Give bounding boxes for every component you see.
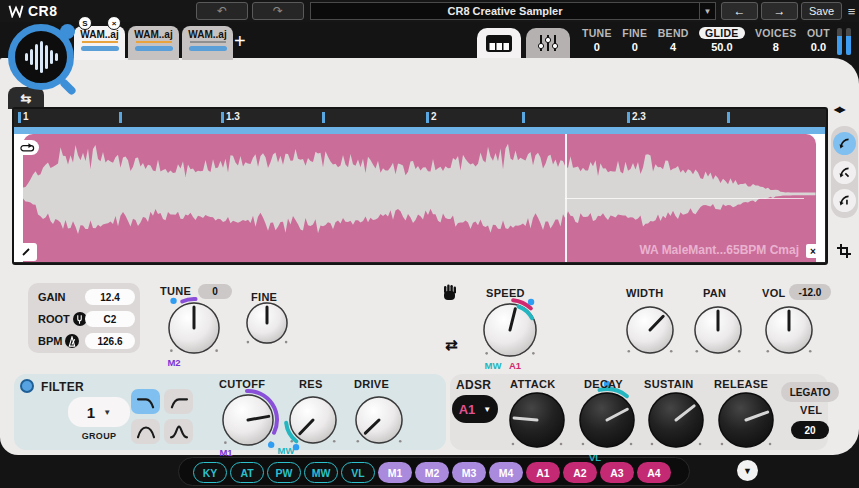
add-sample-button[interactable]: + bbox=[234, 30, 246, 53]
param-label: GLIDE bbox=[699, 27, 745, 39]
logo-dot bbox=[60, 24, 75, 39]
root-value[interactable]: C2 bbox=[85, 311, 135, 327]
env-slot-a1[interactable]: A1 bbox=[526, 462, 560, 483]
filter-lowpass-button[interactable] bbox=[131, 389, 160, 414]
param-value[interactable]: 50.0 bbox=[711, 41, 732, 53]
undo-icon: ↶ bbox=[217, 4, 227, 18]
prev-preset-button[interactable]: ← bbox=[721, 2, 758, 20]
preset-dropdown-icon[interactable]: ▼ bbox=[699, 3, 715, 19]
menu-button[interactable]: ≡ bbox=[845, 2, 858, 20]
filter-peak-button[interactable] bbox=[164, 419, 193, 444]
hand-drag-icon[interactable] bbox=[441, 284, 458, 302]
master-param-out[interactable]: OUT0.0 bbox=[807, 27, 830, 57]
param-value[interactable]: 0 bbox=[632, 41, 638, 53]
param-label: BEND bbox=[658, 27, 689, 39]
master-param-tune[interactable]: TUNE0 bbox=[582, 27, 612, 57]
filter-group-dropdown[interactable]: 1 ▼ bbox=[68, 397, 130, 427]
knob-mod-label: VL bbox=[589, 452, 601, 463]
filter-group-value: 1 bbox=[87, 404, 95, 421]
param-label: OUT bbox=[807, 27, 830, 39]
mod-source-vl[interactable]: VL bbox=[341, 462, 375, 483]
waveform-display[interactable]: WA MaleMant...65BPM Cmaj × bbox=[14, 134, 825, 262]
filter-bandpass-button[interactable] bbox=[131, 419, 160, 444]
pan-knob[interactable] bbox=[680, 292, 756, 368]
timeline-ruler[interactable]: 11.322.3 bbox=[14, 109, 825, 127]
edit-corner-handle[interactable] bbox=[15, 243, 37, 261]
redo-button[interactable]: ↷ bbox=[252, 2, 304, 20]
param-value[interactable]: 0 bbox=[594, 41, 600, 53]
knob-mod-label: MW bbox=[485, 360, 502, 371]
mod-slot-m2[interactable]: M2 bbox=[415, 462, 449, 483]
mod-source-ky[interactable]: KY bbox=[193, 462, 227, 483]
tune-knob[interactable]: M2 bbox=[154, 288, 234, 368]
param-value[interactable]: 4 bbox=[670, 41, 676, 53]
preset-title-field[interactable]: CR8 Creative Sampler ▼ bbox=[310, 2, 716, 20]
cr8-plugin-window: CR8 ↶ ↷ CR8 Creative Sampler ▼ ← → Save … bbox=[0, 0, 859, 488]
vol-knob[interactable] bbox=[751, 292, 827, 368]
horizontal-zoom-icon[interactable]: ◀▶ bbox=[834, 105, 844, 114]
master-param-fine[interactable]: FINE0 bbox=[622, 27, 647, 57]
sample-tab-2[interactable]: WAM..aj bbox=[128, 26, 179, 60]
tune-value[interactable]: 0 bbox=[198, 284, 232, 299]
loop-start-handle[interactable] bbox=[16, 140, 39, 155]
expand-panel-button[interactable]: ▼ bbox=[737, 460, 758, 481]
master-param-bend[interactable]: BEND4 bbox=[658, 27, 689, 57]
mod-slot-m4[interactable]: M4 bbox=[489, 462, 523, 483]
remove-sample-button[interactable]: × bbox=[806, 244, 820, 258]
loop-mode-tab[interactable]: ⇆ bbox=[8, 87, 44, 109]
ruler-tick bbox=[627, 112, 630, 123]
mod-slot-m1[interactable]: M1 bbox=[378, 462, 412, 483]
env-slot-a2[interactable]: A2 bbox=[563, 462, 597, 483]
env-slot-a3[interactable]: A3 bbox=[600, 462, 634, 483]
vel-value[interactable]: 20 bbox=[791, 421, 829, 439]
undo-button[interactable]: ↶ bbox=[196, 2, 248, 20]
metronome-icon[interactable] bbox=[65, 334, 79, 348]
edit-mode-3-button[interactable] bbox=[833, 189, 856, 212]
master-params: TUNE0FINE0BEND4GLIDE50.0VOICES8OUT0.0 bbox=[582, 27, 830, 57]
master-param-glide[interactable]: GLIDE50.0 bbox=[699, 27, 745, 57]
filter-enable-button[interactable] bbox=[20, 379, 34, 393]
edit-mode-2-button[interactable] bbox=[833, 161, 856, 184]
gain-value[interactable]: 12.4 bbox=[85, 289, 135, 305]
res-knob[interactable]: MW bbox=[275, 382, 351, 458]
filter-highpass-button[interactable] bbox=[164, 389, 193, 414]
param-value[interactable]: 0.0 bbox=[811, 41, 826, 53]
solo-badge[interactable]: S bbox=[78, 16, 92, 30]
edit-mode-1-button[interactable] bbox=[833, 132, 856, 155]
crop-icon[interactable] bbox=[836, 243, 852, 259]
speed-knob[interactable]: MWA1 bbox=[469, 289, 551, 371]
vol-value[interactable]: -12.0 bbox=[789, 284, 831, 300]
width-knob[interactable] bbox=[612, 292, 688, 368]
master-param-voices[interactable]: VOICES8 bbox=[755, 27, 796, 57]
sample-tab-1[interactable]: WAM..aj bbox=[74, 26, 125, 60]
next-preset-button[interactable]: → bbox=[761, 2, 798, 20]
speed-label: SPEED bbox=[486, 287, 525, 299]
legato-button[interactable]: LEGATO bbox=[781, 382, 839, 402]
mod-source-pw[interactable]: PW bbox=[267, 462, 301, 483]
decay-label: DECAY bbox=[584, 378, 623, 390]
save-button[interactable]: Save bbox=[801, 2, 842, 20]
env-slot-a4[interactable]: A4 bbox=[637, 462, 671, 483]
knob-mod-label: M1 bbox=[219, 447, 232, 458]
param-label: VOICES bbox=[755, 27, 796, 39]
release-knob[interactable] bbox=[704, 378, 788, 462]
ping-pong-icon[interactable]: ⇄ bbox=[445, 336, 458, 354]
loop-region-bar[interactable] bbox=[14, 127, 825, 134]
sustain-label: SUSTAIN bbox=[644, 378, 694, 390]
mod-source-at[interactable]: AT bbox=[230, 462, 264, 483]
sample-tab-3[interactable]: WAM..aj bbox=[182, 26, 233, 60]
drive-knob[interactable] bbox=[341, 382, 417, 458]
top-bar: CR8 ↶ ↷ CR8 Creative Sampler ▼ ← → Save … bbox=[0, 0, 859, 22]
tab-keyboard-view[interactable] bbox=[477, 28, 521, 58]
param-value[interactable]: 8 bbox=[773, 41, 779, 53]
ruler-tick bbox=[221, 112, 224, 123]
tab-mixer-view[interactable] bbox=[526, 28, 570, 58]
waveform-panel[interactable]: 11.322.3 WA MaleMant...65BPM Cmaj × bbox=[12, 107, 828, 265]
env-select-dropdown[interactable]: A1 ▼ bbox=[452, 395, 498, 423]
chevron-down-icon: ▼ bbox=[743, 466, 752, 476]
tab-underline bbox=[190, 41, 226, 43]
mod-slot-m3[interactable]: M3 bbox=[452, 462, 486, 483]
close-badge[interactable]: × bbox=[107, 16, 121, 30]
bpm-value[interactable]: 126.6 bbox=[85, 333, 135, 349]
mod-source-mw[interactable]: MW bbox=[304, 462, 338, 483]
